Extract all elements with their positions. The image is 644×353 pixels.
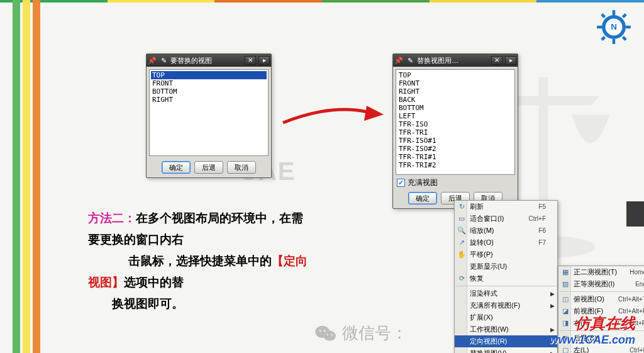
menu-icon: ▨ bbox=[558, 280, 572, 288]
top-color-bar bbox=[0, 0, 644, 3]
dialog2-close-icon[interactable]: ✕ bbox=[491, 56, 502, 65]
menu-item[interactable]: 🔍 缩放(M) F6 bbox=[455, 225, 557, 237]
dialog2-listbox[interactable]: TOPFRONTRIGHTBACKBOTTOMLEFTTFR-ISOTFR-TR… bbox=[396, 69, 515, 175]
brand-zh: 仿真在线 bbox=[550, 313, 635, 333]
list-item[interactable]: TFR-ISO bbox=[397, 120, 513, 128]
menu-item[interactable]: ▨ 正等测视图(I) End bbox=[558, 278, 644, 290]
list-item[interactable]: BACK bbox=[397, 96, 513, 104]
menu-item[interactable]: ▦ 正二测视图(T) Home bbox=[558, 266, 644, 278]
menu-item[interactable]: ▭ 适合窗口(I) Ctrl+F bbox=[455, 213, 557, 225]
menu-item[interactable]: 定向视图(R) ▶ bbox=[455, 335, 557, 347]
list-item[interactable]: BOTTOM bbox=[397, 104, 513, 112]
dark-panel-edge bbox=[626, 201, 644, 227]
dialog1-listbox[interactable]: TOPFRONTBOTTOMRIGHT bbox=[149, 69, 269, 156]
gear-logo-icon: N bbox=[596, 9, 631, 45]
dialog2-pin-icon[interactable]: ▸ bbox=[505, 56, 516, 65]
instruction-text: 方法二：在多个视图布局的环境中，在需 要更换的窗口内右 击鼠标，选择快捷菜单中的… bbox=[88, 208, 440, 315]
dialog1-title: 要替换的视图 bbox=[170, 56, 242, 65]
method-two-label: 方法二： bbox=[88, 211, 136, 225]
list-item[interactable]: TFR-TRI#1 bbox=[397, 153, 513, 161]
pencil-icon: ✎ bbox=[406, 56, 414, 65]
brand-footer: 仿真在线 www.1CAE.com bbox=[550, 313, 635, 347]
list-item[interactable]: TOP bbox=[397, 71, 513, 79]
svg-rect-2 bbox=[613, 39, 615, 44]
dialog1-close-icon[interactable]: ✕ bbox=[245, 56, 256, 65]
list-item[interactable]: TFR-ISO#2 bbox=[397, 145, 513, 153]
fill-view-checkbox-row[interactable]: ✓ 充满视图 bbox=[397, 177, 514, 188]
list-item[interactable]: BOTTOM bbox=[151, 87, 267, 96]
list-item[interactable]: TFR-TRI#2 bbox=[397, 161, 513, 169]
context-menu[interactable]: ↻ 刷新 F5 ▭ 适合窗口(I) Ctrl+F 🔍 缩放(M) F6 ↗ 旋转… bbox=[454, 200, 558, 353]
pin-icon: 📌 bbox=[394, 56, 403, 65]
left-stripes bbox=[13, 0, 40, 353]
wechat-icon bbox=[314, 324, 337, 343]
svg-rect-1 bbox=[613, 10, 615, 15]
brand-en: www.1CAE.com bbox=[550, 333, 635, 347]
replace-target-dialog: 📌 ✎ 替换视图用… ✕ ▸ TOPFRONTRIGHTBACKBOTTOMLE… bbox=[392, 53, 518, 209]
dialog2-title: 替换视图用… bbox=[417, 56, 489, 65]
pin-icon: 📌 bbox=[148, 56, 157, 65]
menu-item[interactable]: ◫ 俯视图(O) Ctrl+Alt+T bbox=[558, 293, 644, 305]
menu-icon: ▭ bbox=[455, 215, 469, 223]
wechat-label: 微信号： bbox=[342, 322, 408, 344]
dialog1-buttons: 确定 后退 取消 bbox=[147, 159, 271, 177]
dialog1-back-button[interactable]: 后退 bbox=[194, 161, 223, 174]
menu-item[interactable]: ↗ 旋转(O) F7 bbox=[455, 237, 557, 249]
wechat-footer: 微信号： bbox=[314, 322, 408, 344]
dialog2-titlebar[interactable]: 📌 ✎ 替换视图用… ✕ ▸ bbox=[393, 54, 518, 67]
menu-icon: ↻ bbox=[455, 203, 469, 211]
menu-icon: ✋ bbox=[455, 250, 469, 259]
svg-rect-3 bbox=[597, 26, 602, 28]
list-item[interactable]: TOP bbox=[151, 71, 267, 79]
list-item[interactable]: LEFT bbox=[397, 112, 513, 120]
menu-icon: ⟳ bbox=[455, 274, 469, 283]
menu-icon: ↗ bbox=[455, 238, 469, 247]
svg-rect-5 bbox=[601, 13, 606, 18]
svg-point-18 bbox=[331, 333, 333, 335]
list-item[interactable]: TFR-TRI bbox=[397, 128, 513, 137]
menu-item[interactable]: ↻ 刷新 F5 bbox=[455, 201, 557, 213]
dialog1-titlebar[interactable]: 📌 ✎ 要替换的视图 ✕ ▸ bbox=[147, 54, 271, 67]
svg-point-17 bbox=[327, 333, 328, 335]
menu-item[interactable]: 渲染样式 ▶ bbox=[455, 288, 557, 300]
list-item[interactable]: FRONT bbox=[397, 79, 513, 87]
list-item[interactable]: RIGHT bbox=[397, 87, 513, 96]
menu-icon: ▦ bbox=[558, 268, 572, 276]
svg-rect-8 bbox=[622, 36, 627, 41]
menu-item[interactable]: 扩展(X) bbox=[455, 311, 557, 323]
dialog1-pin-icon[interactable]: ▸ bbox=[258, 56, 270, 65]
svg-rect-7 bbox=[601, 36, 606, 41]
menu-item[interactable]: 充满所有视图(F) ▶ bbox=[455, 300, 557, 311]
menu-icon: 🔍 bbox=[455, 227, 469, 235]
svg-rect-4 bbox=[626, 26, 631, 28]
menu-icon: ◫ bbox=[558, 295, 572, 303]
svg-point-16 bbox=[324, 330, 326, 332]
fill-view-label: 充满视图 bbox=[408, 177, 438, 188]
list-item[interactable]: FRONT bbox=[151, 79, 267, 87]
menu-item[interactable]: 工作视图(W) ▶ bbox=[455, 323, 557, 335]
menu-item[interactable]: ✋ 平移(P) bbox=[455, 249, 557, 261]
menu-icon: ▢ bbox=[558, 346, 572, 353]
menu-item[interactable]: ⟳ 恢复 bbox=[455, 272, 557, 284]
dialog1-ok-button[interactable]: 确定 bbox=[162, 161, 191, 174]
svg-text:N: N bbox=[611, 22, 617, 31]
checkbox-icon[interactable]: ✓ bbox=[397, 179, 405, 187]
replace-source-dialog: 📌 ✎ 要替换的视图 ✕ ▸ TOPFRONTBOTTOMRIGHT 确定 后退… bbox=[146, 53, 272, 178]
list-item[interactable]: TFR-ISO#1 bbox=[397, 137, 513, 145]
svg-point-14 bbox=[323, 330, 335, 340]
dialog1-cancel-button[interactable]: 取消 bbox=[227, 161, 256, 174]
dialog2-ok-button[interactable]: 确定 bbox=[408, 192, 437, 205]
red-arrow-icon bbox=[280, 101, 387, 132]
svg-point-15 bbox=[319, 330, 321, 332]
list-item[interactable]: RIGHT bbox=[151, 96, 267, 104]
menu-item[interactable]: 更新显示(U) bbox=[455, 261, 557, 272]
menu-item[interactable]: 替换视图(V) ▶ bbox=[455, 347, 557, 353]
pencil-icon: ✎ bbox=[159, 56, 168, 65]
svg-rect-6 bbox=[622, 13, 627, 18]
